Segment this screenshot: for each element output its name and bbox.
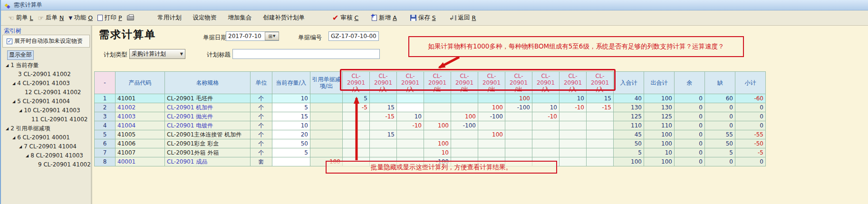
cell-product-code[interactable]: 40001: [116, 157, 165, 166]
cell-total-value[interactable]: 0: [705, 103, 735, 112]
tree-expand-icon[interactable]: ◢: [19, 142, 22, 151]
cell-ref-deduction-out[interactable]: [310, 121, 343, 130]
tree-expand-icon[interactable]: ◢: [12, 133, 15, 142]
cell-cl-value[interactable]: [478, 94, 505, 103]
tree-item[interactable]: ◢2 引用单据减项: [3, 124, 91, 133]
cell-cl-value[interactable]: 100: [424, 139, 451, 148]
cell-cl-value[interactable]: [397, 148, 424, 157]
cell-total-value[interactable]: 0: [675, 103, 705, 112]
cell-cl-value[interactable]: [397, 94, 424, 103]
cell-current-stock-in[interactable]: [272, 157, 310, 166]
cell-cl-value[interactable]: [559, 130, 587, 139]
cell-total-value[interactable]: 55: [705, 130, 735, 139]
cell-cl-value[interactable]: [559, 121, 587, 130]
tree-item[interactable]: 9 CL-20901 41002: [3, 160, 91, 169]
cell-product-code[interactable]: 41006: [116, 139, 165, 148]
cell-cl-value[interactable]: 5: [343, 94, 370, 103]
cell-total-value[interactable]: 100: [644, 94, 675, 103]
new-button[interactable]: 新增A: [369, 12, 399, 23]
cell-cl-value[interactable]: [587, 112, 614, 121]
cell-unit[interactable]: 个: [251, 94, 272, 103]
cell-cl-value[interactable]: [370, 139, 397, 148]
cell-cl-value[interactable]: [397, 139, 424, 148]
cell-cl-value[interactable]: [505, 139, 532, 148]
cell-cl-value[interactable]: [587, 130, 614, 139]
tree-expand-icon[interactable]: ◢: [12, 97, 15, 106]
tree-expand-icon[interactable]: ◢: [19, 106, 22, 115]
cell-cl-value[interactable]: 100: [478, 103, 505, 112]
cell-name-spec[interactable]: CL-20901 机加件: [165, 103, 251, 112]
cell-cl-value[interactable]: [397, 103, 424, 112]
cell-name-spec[interactable]: CL-20901 毛坯件: [165, 94, 251, 103]
cell-row-number[interactable]: 7: [95, 148, 116, 157]
cell-product-code[interactable]: 41005: [116, 130, 165, 139]
return-button[interactable]: ↲ 返回R: [447, 12, 479, 23]
cell-current-stock-in[interactable]: 50: [272, 139, 310, 148]
cell-total-value[interactable]: 10: [644, 148, 675, 157]
cell-current-stock-in[interactable]: 20: [272, 130, 310, 139]
tree-item[interactable]: 3 CL-20901 41002: [3, 70, 91, 79]
cell-total-value[interactable]: 0: [675, 139, 705, 148]
cell-cl-value[interactable]: 15: [587, 94, 614, 103]
cell-total-value[interactable]: 50: [705, 139, 735, 148]
cell-total-value[interactable]: 0: [675, 148, 705, 157]
create-replenishment-plan-button[interactable]: 创建补货计划单: [261, 12, 308, 23]
cell-total-value[interactable]: -55: [735, 130, 766, 139]
cell-name-spec[interactable]: CL-20901 抛光件: [165, 112, 251, 121]
cell-total-value[interactable]: 40: [614, 94, 644, 103]
cell-product-code[interactable]: 41002: [116, 103, 165, 112]
cell-cl-value[interactable]: [587, 148, 614, 157]
cell-total-value[interactable]: 0: [705, 121, 735, 130]
cell-product-code[interactable]: 41004: [116, 121, 165, 130]
printer-button[interactable]: [125, 14, 136, 22]
next-doc-button[interactable]: ☞ 后单N: [36, 12, 67, 23]
tree-item[interactable]: ◢7 CL-20901 41004: [3, 142, 91, 151]
cell-unit[interactable]: 套: [251, 157, 272, 166]
tree-item[interactable]: 12 CL-20901 41002: [3, 88, 91, 97]
cell-unit[interactable]: 个: [251, 112, 272, 121]
cell-total-value[interactable]: 0: [705, 112, 735, 121]
cell-total-value[interactable]: 0: [735, 121, 766, 130]
cell-unit[interactable]: 个: [251, 130, 272, 139]
cell-current-stock-in[interactable]: 5: [272, 103, 310, 112]
cell-ref-deduction-out[interactable]: [310, 94, 343, 103]
cell-cl-value[interactable]: [505, 148, 532, 157]
tree-expand-icon[interactable]: ◢: [26, 151, 29, 160]
cell-cl-value[interactable]: [505, 121, 532, 130]
cell-cl-value[interactable]: [559, 157, 587, 166]
cell-cl-value[interactable]: -10: [559, 103, 587, 112]
cell-row-number[interactable]: 4: [95, 121, 116, 130]
cell-ref-deduction-out[interactable]: [310, 139, 343, 148]
cell-cl-value[interactable]: [532, 121, 559, 130]
cell-row-number[interactable]: 6: [95, 139, 116, 148]
cell-ref-deduction-out[interactable]: [310, 112, 343, 121]
cell-cl-value[interactable]: [343, 139, 370, 148]
cell-cl-value[interactable]: [424, 94, 451, 103]
cell-cl-value[interactable]: [478, 139, 505, 148]
tree-node-show-all[interactable]: 显示全部: [7, 50, 34, 60]
tree-item[interactable]: ◢1 当前存量: [3, 61, 91, 70]
cell-cl-value[interactable]: [370, 121, 397, 130]
cell-cl-value[interactable]: [451, 94, 478, 103]
cell-total-value[interactable]: 100: [614, 157, 644, 166]
calendar-dropdown-button[interactable]: ⊞▼: [265, 32, 279, 40]
cell-cl-value[interactable]: -15: [370, 112, 397, 121]
cell-total-value[interactable]: -60: [735, 94, 766, 103]
cell-total-value[interactable]: 100: [644, 139, 675, 148]
cell-cl-value[interactable]: -5: [343, 103, 370, 112]
cell-total-value[interactable]: 130: [614, 103, 644, 112]
cell-cl-value[interactable]: [505, 112, 532, 121]
cell-name-spec[interactable]: CL-20901彩盒 彩盒: [165, 139, 251, 148]
plan-type-select[interactable]: 采购计算计划 ▼: [129, 49, 185, 59]
functions-button[interactable]: ▼ 功能O: [66, 12, 95, 23]
cell-total-value[interactable]: 0: [675, 121, 705, 130]
cell-total-value[interactable]: 100: [644, 130, 675, 139]
cell-cl-value[interactable]: -100: [478, 112, 505, 121]
cell-unit[interactable]: 个: [251, 103, 272, 112]
cell-total-value[interactable]: 125: [614, 112, 644, 121]
cell-cl-value[interactable]: [343, 148, 370, 157]
cell-product-code[interactable]: 41001: [116, 94, 165, 103]
cell-unit[interactable]: 个: [251, 139, 272, 148]
plan-title-input[interactable]: [232, 49, 380, 59]
cell-cl-value[interactable]: 100: [505, 94, 532, 103]
